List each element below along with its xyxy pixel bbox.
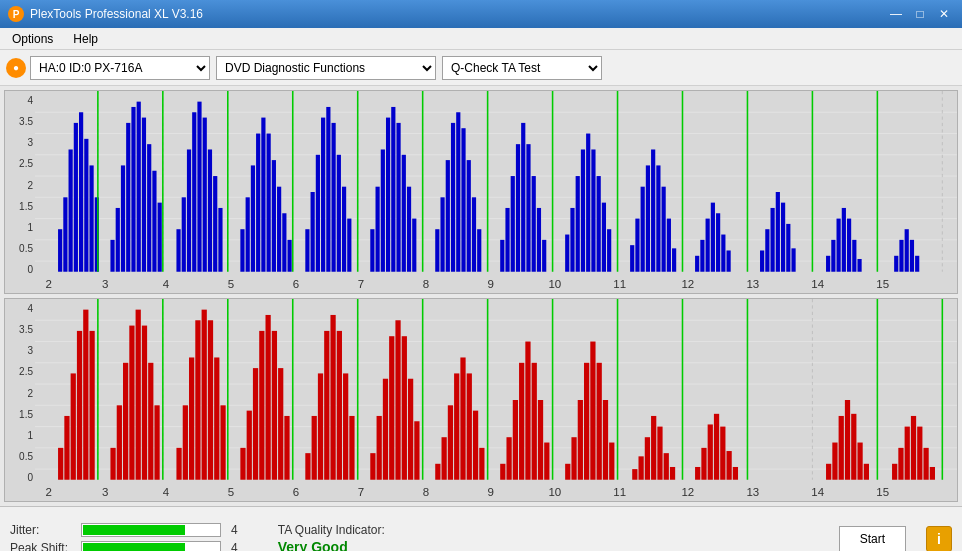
- svg-rect-235: [395, 320, 400, 479]
- svg-rect-50: [218, 208, 222, 272]
- svg-rect-63: [305, 229, 309, 272]
- svg-rect-247: [479, 448, 484, 480]
- svg-rect-69: [337, 155, 341, 272]
- svg-rect-66: [321, 118, 325, 272]
- svg-rect-220: [284, 416, 289, 480]
- svg-rect-134: [776, 192, 780, 272]
- svg-rect-293: [905, 427, 910, 480]
- svg-rect-22: [58, 229, 62, 272]
- svg-rect-204: [176, 448, 181, 480]
- jitter-metric: Jitter: 4: [10, 523, 238, 537]
- svg-text:5: 5: [228, 485, 234, 498]
- svg-rect-124: [700, 240, 704, 272]
- close-button[interactable]: ✕: [934, 6, 954, 22]
- svg-rect-118: [656, 165, 660, 271]
- svg-rect-149: [905, 229, 909, 272]
- svg-rect-265: [609, 443, 614, 480]
- svg-rect-251: [513, 400, 518, 480]
- svg-text:10: 10: [548, 485, 561, 498]
- svg-text:12: 12: [681, 277, 694, 290]
- svg-rect-250: [506, 437, 511, 480]
- svg-rect-216: [259, 331, 264, 480]
- svg-rect-103: [565, 235, 569, 272]
- svg-rect-111: [607, 229, 611, 272]
- svg-rect-222: [305, 453, 310, 480]
- svg-text:7: 7: [358, 277, 364, 290]
- svg-rect-289: [864, 464, 869, 480]
- menu-options[interactable]: Options: [4, 30, 61, 48]
- bottom-chart-area: 2 3 4 5 6 7 8 9 10 11 12 13 14 15: [35, 299, 957, 501]
- info-button[interactable]: i: [926, 526, 952, 551]
- svg-rect-74: [376, 187, 380, 272]
- svg-rect-73: [370, 229, 374, 272]
- svg-rect-245: [467, 373, 472, 479]
- svg-text:6: 6: [293, 277, 299, 290]
- toolbar: ● HA:0 ID:0 PX-716A DVD Diagnostic Funct…: [0, 50, 962, 86]
- svg-rect-213: [240, 448, 245, 480]
- svg-rect-291: [892, 464, 897, 480]
- svg-rect-39: [152, 171, 156, 272]
- svg-rect-24: [69, 149, 73, 271]
- svg-text:14: 14: [811, 485, 824, 498]
- svg-rect-79: [402, 155, 406, 272]
- window-title: PlexTools Professional XL V3.16: [30, 7, 203, 21]
- svg-rect-71: [347, 219, 351, 272]
- svg-rect-136: [786, 224, 790, 272]
- svg-text:4: 4: [163, 277, 170, 290]
- svg-rect-242: [448, 405, 453, 479]
- svg-rect-217: [266, 315, 271, 480]
- svg-rect-214: [247, 411, 252, 480]
- start-button[interactable]: Start: [839, 526, 906, 551]
- svg-rect-294: [911, 416, 916, 480]
- svg-rect-48: [208, 149, 212, 271]
- svg-rect-233: [383, 379, 388, 480]
- svg-rect-244: [460, 357, 465, 479]
- svg-rect-38: [147, 144, 151, 272]
- jitter-progress-fill: [83, 525, 185, 535]
- menu-help[interactable]: Help: [65, 30, 106, 48]
- svg-rect-192: [83, 310, 88, 480]
- function-select[interactable]: DVD Diagnostic Functions: [216, 56, 436, 80]
- svg-rect-261: [584, 363, 589, 480]
- svg-rect-280: [727, 451, 732, 480]
- svg-rect-42: [176, 229, 180, 272]
- svg-text:5: 5: [228, 277, 234, 290]
- svg-text:8: 8: [423, 485, 429, 498]
- svg-rect-252: [519, 363, 524, 480]
- svg-rect-237: [408, 379, 413, 480]
- svg-text:13: 13: [746, 485, 759, 498]
- svg-rect-116: [646, 165, 650, 271]
- svg-rect-278: [714, 414, 719, 480]
- svg-rect-264: [603, 400, 608, 480]
- drive-selector-group: ● HA:0 ID:0 PX-716A: [6, 56, 210, 80]
- svg-text:2: 2: [45, 485, 51, 498]
- top-chart-y-axis: 4 3.5 3 2.5 2 1.5 1 0.5 0: [5, 91, 35, 293]
- ta-quality-label: TA Quality Indicator:: [278, 523, 385, 537]
- svg-rect-270: [651, 416, 656, 480]
- svg-rect-99: [532, 176, 536, 272]
- svg-rect-67: [326, 107, 330, 272]
- svg-rect-49: [213, 176, 217, 272]
- svg-rect-119: [662, 187, 666, 272]
- test-select[interactable]: Q-Check TA Test: [442, 56, 602, 80]
- svg-rect-189: [64, 416, 69, 480]
- svg-rect-151: [915, 256, 919, 272]
- svg-rect-110: [602, 203, 606, 272]
- bottom-chart-y-axis: 4 3.5 3 2.5 2 1.5 1 0.5 0: [5, 299, 35, 501]
- svg-rect-269: [645, 437, 650, 480]
- svg-rect-263: [597, 363, 602, 480]
- maximize-button[interactable]: □: [910, 6, 930, 22]
- svg-rect-77: [391, 107, 395, 272]
- minimize-button[interactable]: —: [886, 6, 906, 22]
- svg-rect-44: [187, 149, 191, 271]
- svg-rect-135: [781, 203, 785, 272]
- drive-select[interactable]: HA:0 ID:0 PX-716A: [30, 56, 210, 80]
- svg-rect-114: [635, 219, 639, 272]
- svg-rect-55: [256, 134, 260, 272]
- svg-rect-117: [651, 149, 655, 271]
- svg-rect-272: [664, 453, 669, 480]
- title-bar: P PlexTools Professional XL V3.16 — □ ✕: [0, 0, 962, 28]
- peak-shift-progress-bar: [81, 541, 221, 551]
- svg-rect-43: [182, 197, 186, 271]
- top-chart: 4 3.5 3 2.5 2 1.5 1 0.5 0: [4, 90, 958, 294]
